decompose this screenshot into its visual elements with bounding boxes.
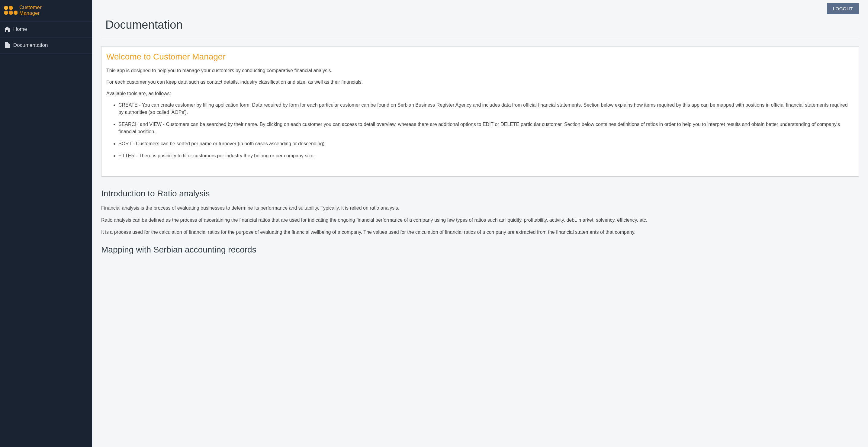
topbar: LOGOUT xyxy=(101,0,859,17)
nav-list: Home Documentation xyxy=(0,21,92,54)
intro-paragraph: Financial analysis is the process of eva… xyxy=(101,204,859,212)
intro-heading: Introduction to Ratio analysis xyxy=(101,189,859,198)
intro-paragraph: It is a process used for the calculation… xyxy=(101,229,859,236)
logo-icon xyxy=(3,5,18,16)
sidebar-item-label: Home xyxy=(13,26,27,32)
intro-paragraph: Ratio analysis can be defined as the pro… xyxy=(101,217,859,224)
svg-point-1 xyxy=(9,6,13,10)
sidebar: Customer Manager Home xyxy=(0,0,92,447)
sidebar-item-home[interactable]: Home xyxy=(0,22,92,37)
page-title: Documentation xyxy=(101,17,859,37)
welcome-paragraph: This app is designed to help you to mana… xyxy=(106,67,854,74)
logout-button[interactable]: LOGOUT xyxy=(827,3,859,14)
list-item: FILTER - There is posibility to filter c… xyxy=(118,152,854,159)
svg-point-2 xyxy=(4,10,8,15)
brand-line2: Manager xyxy=(19,10,42,16)
home-icon xyxy=(4,26,10,32)
welcome-paragraph: For each customer you can keep data such… xyxy=(106,78,854,86)
list-item: CREATE - You can create customer by fill… xyxy=(118,101,854,116)
svg-point-3 xyxy=(9,10,13,15)
welcome-title: Welcome to Customer Manager xyxy=(106,52,854,62)
list-item: SORT - Customers can be sorted per name … xyxy=(118,140,854,148)
svg-point-0 xyxy=(4,6,8,10)
welcome-paragraph: Available tools are, as follows: xyxy=(106,90,854,97)
welcome-card: Welcome to Customer Manager This app is … xyxy=(101,46,859,177)
tools-list: CREATE - You can create customer by fill… xyxy=(106,101,854,159)
sidebar-item-label: Documentation xyxy=(13,42,48,48)
main-content: LOGOUT Documentation Welcome to Customer… xyxy=(92,0,868,447)
mapping-heading: Mapping with Serbian accounting records xyxy=(101,245,859,255)
brand-logo[interactable]: Customer Manager xyxy=(0,0,92,21)
brand-line1: Customer xyxy=(19,5,42,10)
document-icon xyxy=(4,42,10,48)
list-item: SEARCH and VIEW - Customers can be searc… xyxy=(118,121,854,135)
sidebar-item-documentation[interactable]: Documentation xyxy=(0,37,92,54)
brand-text: Customer Manager xyxy=(19,5,42,16)
svg-point-4 xyxy=(13,10,18,15)
